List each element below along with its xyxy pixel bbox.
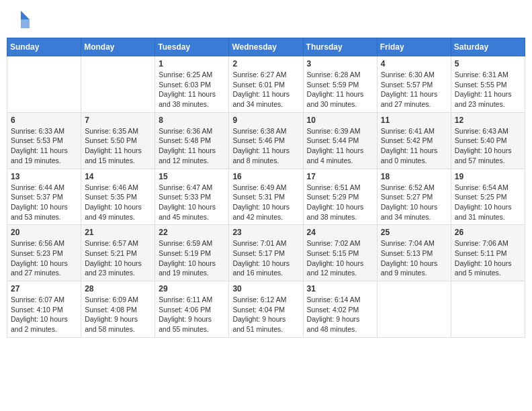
weekday-header-thursday: Thursday (303, 38, 377, 56)
day-number: 22 (159, 228, 225, 237)
day-info: Sunrise: 6:12 AMSunset: 4:04 PMDaylight:… (232, 295, 299, 334)
day-info: Sunrise: 6:25 AMSunset: 6:03 PMDaylight:… (159, 70, 225, 109)
calendar-cell: 13Sunrise: 6:44 AMSunset: 5:37 PMDayligh… (7, 169, 81, 225)
day-info: Sunrise: 6:41 AMSunset: 5:42 PMDaylight:… (381, 126, 447, 166)
day-info: Sunrise: 6:43 AMSunset: 5:40 PMDaylight:… (455, 126, 521, 166)
calendar-header: SundayMondayTuesdayWednesdayThursdayFrid… (7, 38, 525, 56)
weekday-header-wednesday: Wednesday (229, 38, 303, 56)
day-number: 25 (381, 228, 447, 237)
weekday-header-friday: Friday (377, 38, 451, 56)
day-number: 1 (159, 59, 225, 68)
calendar-cell: 27Sunrise: 6:07 AMSunset: 4:10 PMDayligh… (7, 281, 81, 338)
day-number: 3 (307, 59, 373, 68)
day-number: 27 (11, 284, 77, 293)
calendar-cell (451, 281, 525, 338)
day-info: Sunrise: 7:04 AMSunset: 5:13 PMDaylight:… (381, 238, 447, 278)
day-info: Sunrise: 6:28 AMSunset: 5:59 PMDaylight:… (307, 70, 373, 109)
day-info: Sunrise: 6:31 AMSunset: 5:55 PMDaylight:… (455, 70, 521, 109)
day-number: 16 (232, 172, 299, 181)
day-number: 29 (159, 284, 225, 293)
day-number: 13 (11, 172, 77, 181)
day-number: 15 (159, 172, 225, 181)
day-info: Sunrise: 6:44 AMSunset: 5:37 PMDaylight:… (11, 183, 77, 222)
calendar-week-row: 13Sunrise: 6:44 AMSunset: 5:37 PMDayligh… (7, 169, 525, 225)
day-number: 18 (381, 172, 447, 181)
day-info: Sunrise: 6:39 AMSunset: 5:44 PMDaylight:… (307, 126, 373, 166)
day-info: Sunrise: 6:57 AMSunset: 5:21 PMDaylight:… (85, 238, 151, 278)
calendar-cell: 15Sunrise: 6:47 AMSunset: 5:33 PMDayligh… (155, 169, 229, 225)
calendar-cell: 21Sunrise: 6:57 AMSunset: 5:21 PMDayligh… (81, 225, 155, 281)
day-number: 12 (455, 116, 521, 125)
calendar-cell: 22Sunrise: 6:59 AMSunset: 5:19 PMDayligh… (155, 225, 229, 281)
calendar-cell: 14Sunrise: 6:46 AMSunset: 5:35 PMDayligh… (81, 169, 155, 225)
day-info: Sunrise: 6:56 AMSunset: 5:23 PMDaylight:… (11, 238, 77, 278)
calendar-cell: 11Sunrise: 6:41 AMSunset: 5:42 PMDayligh… (377, 112, 451, 169)
weekday-header-saturday: Saturday (451, 38, 525, 56)
calendar-cell: 12Sunrise: 6:43 AMSunset: 5:40 PMDayligh… (451, 112, 525, 169)
day-info: Sunrise: 6:47 AMSunset: 5:33 PMDaylight:… (159, 183, 225, 222)
calendar-week-row: 1Sunrise: 6:25 AMSunset: 6:03 PMDaylight… (7, 56, 525, 113)
calendar-cell: 3Sunrise: 6:28 AMSunset: 5:59 PMDaylight… (303, 56, 377, 113)
calendar-cell: 30Sunrise: 6:12 AMSunset: 4:04 PMDayligh… (229, 281, 303, 338)
day-number: 4 (381, 59, 447, 68)
day-info: Sunrise: 6:36 AMSunset: 5:48 PMDaylight:… (159, 126, 225, 166)
weekday-header-monday: Monday (81, 38, 155, 56)
day-info: Sunrise: 6:59 AMSunset: 5:19 PMDaylight:… (159, 238, 225, 278)
day-info: Sunrise: 6:38 AMSunset: 5:46 PMDaylight:… (232, 126, 299, 166)
day-number: 11 (381, 116, 447, 125)
calendar-cell: 18Sunrise: 6:52 AMSunset: 5:27 PMDayligh… (377, 169, 451, 225)
day-number: 8 (159, 116, 225, 125)
weekday-header-sunday: Sunday (7, 38, 81, 56)
day-info: Sunrise: 6:46 AMSunset: 5:35 PMDaylight:… (85, 183, 151, 222)
calendar-table: SundayMondayTuesdayWednesdayThursdayFrid… (7, 38, 525, 338)
day-number: 31 (307, 284, 373, 293)
day-info: Sunrise: 6:33 AMSunset: 5:53 PMDaylight:… (11, 126, 77, 166)
calendar-cell: 1Sunrise: 6:25 AMSunset: 6:03 PMDaylight… (155, 56, 229, 113)
day-number: 26 (455, 228, 521, 237)
day-info: Sunrise: 6:11 AMSunset: 4:06 PMDaylight:… (159, 295, 225, 334)
day-number: 5 (455, 59, 521, 68)
day-number: 30 (232, 284, 299, 293)
calendar-cell: 31Sunrise: 6:14 AMSunset: 4:02 PMDayligh… (303, 281, 377, 338)
calendar-cell: 4Sunrise: 6:30 AMSunset: 5:57 PMDaylight… (377, 56, 451, 113)
calendar-cell: 16Sunrise: 6:49 AMSunset: 5:31 PMDayligh… (229, 169, 303, 225)
weekday-header-tuesday: Tuesday (155, 38, 229, 56)
day-info: Sunrise: 6:52 AMSunset: 5:27 PMDaylight:… (381, 183, 447, 222)
weekday-header-row: SundayMondayTuesdayWednesdayThursdayFrid… (7, 38, 525, 56)
day-info: Sunrise: 6:07 AMSunset: 4:10 PMDaylight:… (11, 295, 77, 334)
calendar-cell: 23Sunrise: 7:01 AMSunset: 5:17 PMDayligh… (229, 225, 303, 281)
calendar-cell: 19Sunrise: 6:54 AMSunset: 5:25 PMDayligh… (451, 169, 525, 225)
day-number: 20 (11, 228, 77, 237)
calendar-cell: 6Sunrise: 6:33 AMSunset: 5:53 PMDaylight… (7, 112, 81, 169)
day-info: Sunrise: 7:02 AMSunset: 5:15 PMDaylight:… (307, 238, 373, 278)
day-number: 19 (455, 172, 521, 181)
day-info: Sunrise: 6:30 AMSunset: 5:57 PMDaylight:… (381, 70, 447, 109)
day-info: Sunrise: 6:35 AMSunset: 5:50 PMDaylight:… (85, 126, 151, 166)
calendar-week-row: 27Sunrise: 6:07 AMSunset: 4:10 PMDayligh… (7, 281, 525, 338)
logo-icon (11, 9, 31, 30)
day-info: Sunrise: 6:14 AMSunset: 4:02 PMDaylight:… (307, 295, 373, 334)
calendar-cell: 2Sunrise: 6:27 AMSunset: 6:01 PMDaylight… (229, 56, 303, 113)
day-info: Sunrise: 7:01 AMSunset: 5:17 PMDaylight:… (232, 238, 299, 278)
calendar-cell: 28Sunrise: 6:09 AMSunset: 4:08 PMDayligh… (81, 281, 155, 338)
calendar-cell: 20Sunrise: 6:56 AMSunset: 5:23 PMDayligh… (7, 225, 81, 281)
svg-marker-1 (21, 19, 30, 28)
calendar-cell (7, 56, 81, 113)
day-info: Sunrise: 6:09 AMSunset: 4:08 PMDaylight:… (85, 295, 151, 334)
calendar-cell: 8Sunrise: 6:36 AMSunset: 5:48 PMDaylight… (155, 112, 229, 169)
day-number: 21 (85, 228, 151, 237)
calendar-cell: 29Sunrise: 6:11 AMSunset: 4:06 PMDayligh… (155, 281, 229, 338)
day-number: 10 (307, 116, 373, 125)
day-number: 23 (232, 228, 299, 237)
day-number: 7 (85, 116, 151, 125)
calendar-cell: 5Sunrise: 6:31 AMSunset: 5:55 PMDaylight… (451, 56, 525, 113)
svg-marker-0 (21, 11, 30, 19)
calendar-cell (377, 281, 451, 338)
calendar-cell: 25Sunrise: 7:04 AMSunset: 5:13 PMDayligh… (377, 225, 451, 281)
calendar-week-row: 6Sunrise: 6:33 AMSunset: 5:53 PMDaylight… (7, 112, 525, 169)
calendar-cell: 26Sunrise: 7:06 AMSunset: 5:11 PMDayligh… (451, 225, 525, 281)
page-header (7, 7, 525, 32)
calendar-body: 1Sunrise: 6:25 AMSunset: 6:03 PMDaylight… (7, 56, 525, 338)
calendar-cell: 7Sunrise: 6:35 AMSunset: 5:50 PMDaylight… (81, 112, 155, 169)
calendar-week-row: 20Sunrise: 6:56 AMSunset: 5:23 PMDayligh… (7, 225, 525, 281)
